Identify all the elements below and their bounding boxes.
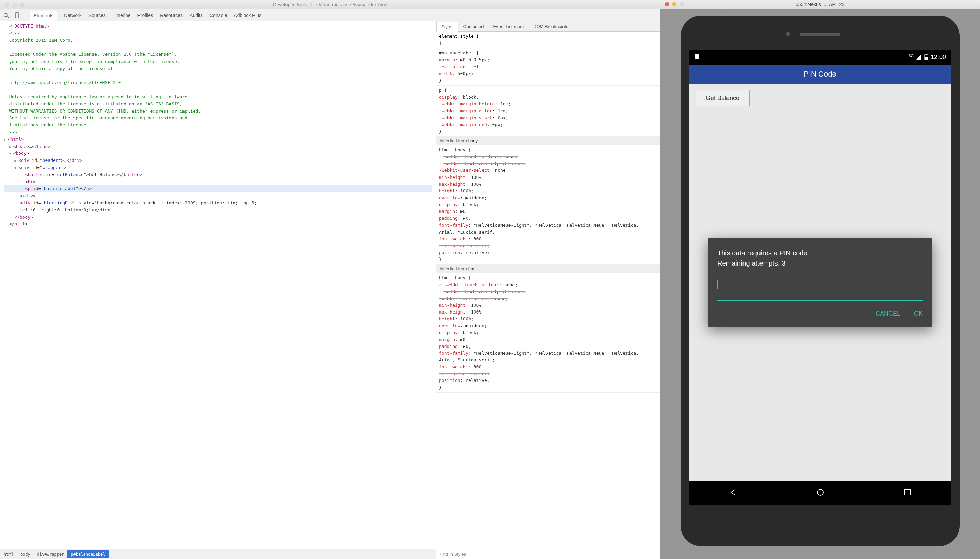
cancel-button[interactable]: CANCEL [876, 310, 900, 317]
emulator-titlebar: 5554:Nexus_5_API_23 [660, 0, 980, 9]
phone-speaker [800, 33, 841, 36]
dom-tree[interactable]: <!DOCTYPE html> <!-- Copyright 2015 IBM … [0, 22, 436, 229]
devtools-title: Developer Tools - file:///android_asset/… [0, 2, 660, 7]
input-cursor [717, 280, 718, 289]
crumb-balance[interactable]: p#balanceLabel [67, 551, 109, 558]
phone-screen: 3G 12:00 PIN Code Get Balance This data [690, 50, 951, 505]
devtools-tabs: Elements Network Sources Timeline Profil… [30, 10, 261, 20]
tab-audits[interactable]: Audits [189, 13, 203, 18]
tab-network[interactable]: Network [64, 13, 81, 18]
emulator-title: 5554:Nexus_5_API_23 [660, 2, 980, 7]
devtools-window: Developer Tools - file:///android_asset/… [0, 0, 660, 559]
svg-rect-7 [905, 490, 910, 495]
elements-panel[interactable]: <!DOCTYPE html> <!-- Copyright 2015 IBM … [0, 22, 436, 559]
battery-icon [924, 54, 929, 60]
crumb-html[interactable]: html [0, 551, 17, 558]
devtools-toolbar: Elements Network Sources Timeline Profil… [0, 9, 660, 22]
inspect-icon[interactable] [3, 12, 9, 18]
styles-tab-computed[interactable]: Computed [458, 22, 488, 31]
tab-resources[interactable]: Resources [160, 13, 183, 18]
svg-line-1 [7, 17, 8, 18]
ok-button[interactable]: OK [914, 310, 923, 317]
app-title: PIN Code [804, 70, 836, 79]
device-icon[interactable] [14, 12, 20, 18]
svg-point-0 [4, 13, 7, 17]
styles-tab-styles[interactable]: Styles [436, 22, 458, 31]
dialog-actions: CANCEL OK [717, 310, 923, 317]
signal-3g-label: 3G [909, 54, 914, 58]
nav-back-icon[interactable] [729, 488, 737, 498]
app-bar: PIN Code [690, 64, 951, 84]
signal-icon [916, 54, 922, 60]
styles-tab-events[interactable]: Event Listeners [488, 22, 529, 31]
find-in-styles[interactable]: Find in Styles [436, 549, 660, 559]
emulator-body: 3G 12:00 PIN Code Get Balance This data [660, 9, 980, 559]
styles-panel: Styles Computed Event Listeners DOM Brea… [436, 22, 660, 559]
status-time: 12:00 [931, 54, 946, 61]
android-nav-bar [690, 481, 951, 505]
breadcrumb: html body div#wrapper p#balanceLabel [0, 549, 436, 559]
devtools-titlebar: Developer Tools - file:///android_asset/… [0, 0, 660, 9]
styles-tab-dom-bp[interactable]: DOM Breakpoints [529, 22, 573, 31]
styles-body[interactable]: element.style {}#balanceLabel { margin: … [436, 31, 660, 549]
svg-rect-5 [925, 54, 927, 55]
tab-profiles[interactable]: Profiles [137, 13, 153, 18]
tab-console[interactable]: Console [210, 13, 227, 18]
sd-card-icon [694, 53, 700, 60]
android-status-bar: 3G 12:00 [690, 50, 951, 64]
tab-timeline[interactable]: Timeline [113, 13, 130, 18]
tab-elements[interactable]: Elements [30, 10, 57, 21]
phone-frame: 3G 12:00 PIN Code Get Balance This data [681, 16, 960, 546]
tab-adblock[interactable]: Adblock Plus [234, 13, 261, 18]
svg-point-6 [817, 489, 824, 495]
pin-dialog: This data requires a PIN code. Remaining… [708, 238, 932, 327]
app-content: Get Balance This data requires a PIN cod… [690, 84, 951, 481]
pin-input[interactable] [717, 288, 923, 301]
crumb-body[interactable]: body [17, 551, 34, 558]
svg-rect-4 [925, 57, 928, 60]
dialog-overlay: This data requires a PIN code. Remaining… [690, 84, 951, 481]
styles-tabs: Styles Computed Event Listeners DOM Brea… [436, 22, 660, 31]
nav-home-icon[interactable] [816, 488, 824, 498]
emulator-window: 5554:Nexus_5_API_23 3G 12:00 [660, 0, 980, 559]
nav-recents-icon[interactable] [904, 489, 911, 498]
dialog-message: This data requires a PIN code. Remaining… [717, 248, 923, 268]
phone-camera [786, 32, 790, 36]
svg-rect-2 [15, 13, 19, 18]
tab-sources[interactable]: Sources [88, 13, 106, 18]
main-split: <!DOCTYPE html> <!-- Copyright 2015 IBM … [0, 22, 660, 559]
crumb-wrapper[interactable]: div#wrapper [34, 551, 67, 558]
